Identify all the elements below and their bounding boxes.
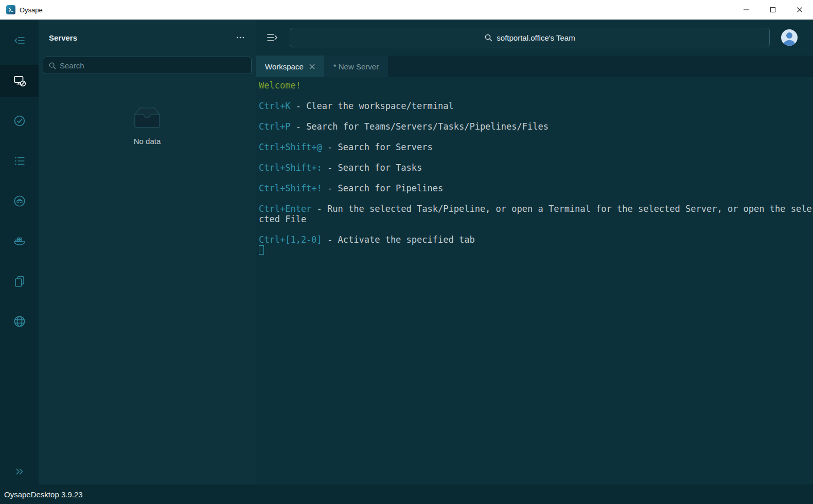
more-options-icon[interactable] bbox=[235, 32, 245, 43]
search-icon bbox=[48, 62, 56, 69]
terminal-line: Ctrl+Shift+@ - Search for Servers bbox=[259, 142, 813, 152]
terminal-line: Ctrl+Shift+! - Search for Pipelines bbox=[259, 183, 813, 193]
docker-icon[interactable] bbox=[0, 225, 39, 257]
team-search-bar[interactable]: softportal.office's Team bbox=[290, 28, 770, 47]
shortcut-desc: - Search for Servers bbox=[322, 142, 433, 152]
shortcut-desc: - Clear the workspace/terminal bbox=[290, 101, 453, 111]
expand-rail-icon[interactable] bbox=[14, 466, 25, 477]
toggle-sidebar-icon[interactable] bbox=[0, 25, 39, 57]
tab-new-server[interactable]: * New Server bbox=[324, 56, 388, 77]
terminal-cursor bbox=[259, 245, 264, 255]
team-search-label: softportal.office's Team bbox=[497, 33, 575, 42]
app-body: Servers No data bbox=[0, 20, 813, 484]
terminal-line: Ctrl+K - Clear the workspace/terminal bbox=[259, 101, 813, 111]
shortcut-desc: - Run the selected Task/Pipeline, or ope… bbox=[259, 204, 812, 224]
shortcut-desc: - Search for Pipelines bbox=[322, 183, 443, 193]
shortcut-key: Ctrl+Enter bbox=[259, 204, 311, 214]
sidebar-search-input[interactable] bbox=[60, 61, 246, 70]
person-icon bbox=[781, 29, 798, 46]
sidebar: Servers No data bbox=[39, 20, 256, 484]
titlebar: Oysape bbox=[0, 0, 813, 20]
terminal-line: Ctrl+P - Search for Teams/Servers/Tasks/… bbox=[259, 121, 813, 132]
titlebar-left: Oysape bbox=[0, 5, 43, 14]
avatar[interactable] bbox=[781, 29, 798, 46]
close-button[interactable] bbox=[786, 0, 813, 20]
files-icon[interactable] bbox=[0, 265, 39, 297]
tab-strip: Workspace * New Server bbox=[256, 56, 813, 77]
search-icon bbox=[484, 33, 492, 42]
terminal-line: Ctrl+Enter - Run the selected Task/Pipel… bbox=[259, 204, 813, 224]
empty-inbox-icon bbox=[131, 105, 164, 131]
shortcut-key: Ctrl+K bbox=[259, 101, 290, 111]
main-panel: softportal.office's Team Workspace * N bbox=[256, 20, 813, 484]
task-list-icon[interactable] bbox=[0, 145, 39, 177]
globe-icon[interactable] bbox=[0, 305, 39, 337]
terminal-cursor-line bbox=[259, 245, 813, 257]
sidebar-header: Servers bbox=[39, 20, 256, 56]
shortcut-desc: - Search for Tasks bbox=[322, 163, 422, 173]
icon-rail bbox=[0, 20, 39, 484]
empty-state-text: No data bbox=[134, 137, 161, 146]
shortcut-key: Ctrl+[1,2-0] bbox=[259, 235, 322, 245]
tab-label: Workspace bbox=[265, 62, 304, 71]
tab-workspace[interactable]: Workspace bbox=[256, 56, 324, 77]
shortcut-desc: - Search for Teams/Servers/Tasks/Pipelin… bbox=[290, 121, 549, 132]
pipelines-icon[interactable] bbox=[0, 185, 39, 217]
window-controls bbox=[733, 0, 813, 20]
terminal[interactable]: Welcome! Ctrl+K - Clear the workspace/te… bbox=[256, 77, 813, 484]
statusbar: OysapeDesktop 3.9.23 bbox=[0, 484, 813, 504]
minimize-button[interactable] bbox=[733, 0, 759, 20]
maximize-button[interactable] bbox=[759, 0, 786, 20]
version-text: OysapeDesktop 3.9.23 bbox=[4, 490, 83, 499]
main-topbar: softportal.office's Team bbox=[256, 20, 813, 56]
servers-icon[interactable] bbox=[0, 65, 39, 97]
tasks-icon[interactable] bbox=[0, 105, 39, 137]
shortcut-key: Ctrl+P bbox=[259, 121, 290, 132]
shortcut-desc: - Activate the specified tab bbox=[322, 235, 475, 245]
terminal-line: Ctrl+Shift+: - Search for Tasks bbox=[259, 163, 813, 173]
tab-close-icon[interactable] bbox=[309, 64, 315, 69]
panel-toggle-icon[interactable] bbox=[266, 31, 278, 44]
shortcut-key: Ctrl+Shift+! bbox=[259, 183, 322, 193]
empty-state: No data bbox=[39, 105, 256, 146]
app-title: Oysape bbox=[20, 6, 43, 14]
shortcut-key: Ctrl+Shift+: bbox=[259, 163, 322, 173]
tab-label: * New Server bbox=[333, 62, 379, 71]
terminal-welcome: Welcome! bbox=[259, 80, 813, 91]
sidebar-title: Servers bbox=[49, 33, 77, 42]
shortcut-key: Ctrl+Shift+@ bbox=[259, 142, 322, 152]
app-icon bbox=[6, 5, 15, 14]
terminal-line: Ctrl+[1,2-0] - Activate the specified ta… bbox=[259, 235, 813, 245]
sidebar-search-box bbox=[43, 57, 252, 74]
